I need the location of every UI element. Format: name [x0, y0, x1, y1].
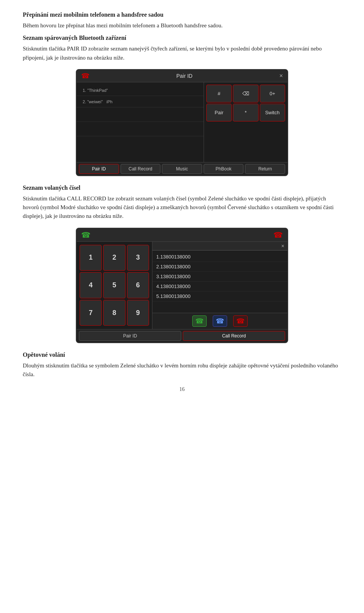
pairid-keypad: # ⌫ 0+ Pair * Switch [204, 82, 287, 162]
section2-title: Seznam spárovaných Bluetooth zařízení [23, 35, 341, 41]
nav-music[interactable]: Music [162, 164, 202, 174]
pairid-item-2[interactable]: 2. "weiwei" iPh [77, 96, 204, 107]
section2-body: Stisknutím tlačítka PAIR ID zobrazíte se… [23, 44, 341, 62]
key-hash[interactable]: # [206, 85, 232, 102]
pairid-item-3[interactable] [77, 107, 204, 122]
callrec-item-4[interactable]: 4.13800138000 [152, 282, 287, 292]
key-8[interactable]: 8 [103, 300, 125, 326]
key-star[interactable]: * [233, 104, 258, 121]
nav-return[interactable]: Return [245, 164, 285, 174]
key-pair[interactable]: Pair [206, 104, 232, 121]
key-3[interactable]: 3 [127, 245, 149, 271]
key-0plus[interactable]: 0+ [260, 85, 285, 102]
callrec-nav-pairid[interactable]: Pair ID [79, 331, 181, 341]
pairid-close-btn[interactable]: × [279, 72, 283, 79]
key-backspace[interactable]: ⌫ [233, 85, 258, 102]
section3-title: Seznam volaných čísel [23, 184, 341, 191]
footer-blue-call[interactable]: ☎ [213, 315, 227, 327]
callrec-list-close[interactable]: × [281, 243, 284, 249]
pairid-screenshot: ☎ Pair ID × 1. "ThinkPad" 2. "weiwei" iP… [76, 69, 288, 176]
callrec-list-topbar: × [152, 242, 287, 251]
section4-body: Dlouhým stisknutím tlačítka se symbolem … [23, 361, 341, 379]
callrec-green-call-icon: ☎ [81, 230, 91, 240]
footer-green-call[interactable]: ☎ [192, 315, 207, 327]
callrec-item-3[interactable]: 3.13800138000 [152, 272, 287, 282]
callrec-screenshot: ☎ ☎ 1 2 3 4 5 6 7 8 9 × 1.13800138000 2.… [76, 228, 288, 343]
key-4[interactable]: 4 [80, 272, 102, 298]
nav-phbook[interactable]: PhBook [204, 164, 244, 174]
pairid-bottombar: Pair ID Call Record Music PhBook Return [77, 162, 287, 175]
pairid-list: 1. "ThinkPad" 2. "weiwei" iPh [77, 82, 204, 162]
section3-body: Stisknutím tlačítka CALL RECORD lze zobr… [23, 194, 341, 221]
pairid-call-icon: ☎ [81, 72, 89, 80]
key-6[interactable]: 6 [127, 272, 149, 298]
pairid-window-title: Pair ID [176, 73, 193, 79]
callrec-item-2[interactable]: 2.13800138000 [152, 262, 287, 272]
callrec-nav-callrecord[interactable]: Call Record [183, 331, 285, 341]
key-9[interactable]: 9 [127, 300, 149, 326]
section1-body: Během hovoru lze přepínat hlas mezi mobi… [23, 21, 341, 30]
callrec-list-items: 1.13800138000 2.13800138000 3.1380013800… [152, 251, 287, 313]
callrec-item-5[interactable]: 5.13800138000 [152, 292, 287, 301]
key-1[interactable]: 1 [80, 245, 102, 271]
callrec-topbar: ☎ ☎ [77, 228, 287, 242]
callrec-bottombar: Pair ID Call Record [77, 329, 287, 342]
callrec-content: 1 2 3 4 5 6 7 8 9 × 1.13800138000 2.1380… [77, 242, 287, 329]
pairid-content: 1. "ThinkPad" 2. "weiwei" iPh # ⌫ 0+ Pai… [77, 82, 287, 162]
nav-callrecord[interactable]: Call Record [121, 164, 161, 174]
pairid-item-4[interactable] [77, 122, 204, 136]
key-7[interactable]: 7 [80, 300, 102, 326]
key-5[interactable]: 5 [103, 272, 125, 298]
key-2[interactable]: 2 [103, 245, 125, 271]
pairid-topbar: ☎ Pair ID × [77, 70, 287, 82]
callrec-item-1[interactable]: 1.13800138000 [152, 252, 287, 262]
page-number: 16 [23, 386, 341, 392]
section4-title: Opětovné volání [23, 351, 341, 358]
section1-title: Přepínání mezi mobilním telefonem a hand… [23, 11, 341, 18]
pairid-item-1[interactable]: 1. "ThinkPad" [77, 85, 204, 96]
key-switch[interactable]: Switch [260, 104, 285, 121]
callrec-red-call-icon: ☎ [273, 230, 283, 240]
callrec-list-footer: ☎ ☎ ☎ [152, 313, 287, 329]
nav-pairid[interactable]: Pair ID [79, 164, 119, 174]
callrec-numpad: 1 2 3 4 5 6 7 8 9 [77, 242, 152, 329]
footer-red-call[interactable]: ☎ [233, 315, 248, 327]
callrec-list-panel: × 1.13800138000 2.13800138000 3.13800138… [152, 242, 287, 329]
